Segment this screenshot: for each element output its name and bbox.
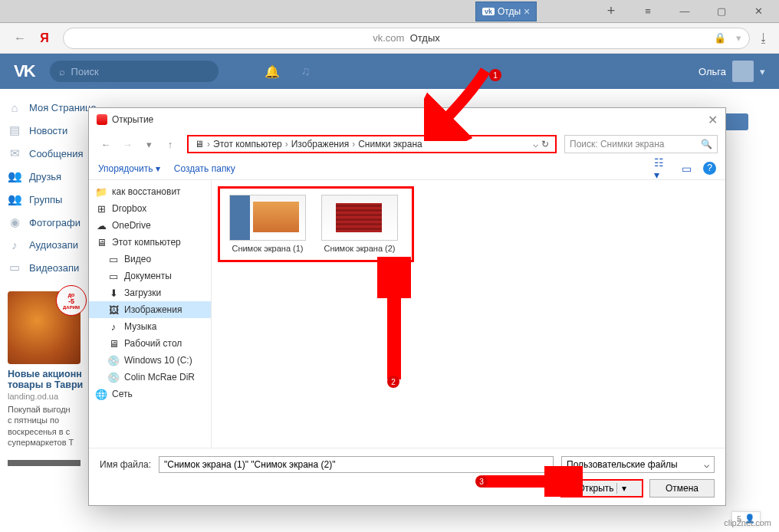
search-icon: 🔍 — [701, 139, 712, 149]
tree-item-icon: ☁ — [95, 219, 107, 232]
dialog-bottom-bar: Имя файла: Пользовательские файлы ⌵ Откр… — [89, 448, 725, 505]
nav-back-icon[interactable]: ← — [9, 28, 31, 49]
chevron-down-icon: ▾ — [760, 66, 765, 77]
ad-image: до -5 ДАРИМ — [8, 291, 81, 364]
open-button[interactable]: Открыть ▾ — [560, 479, 643, 498]
view-mode-icon[interactable]: ☷ ▾ — [654, 162, 669, 176]
window-maximize-icon[interactable]: ▢ — [710, 0, 733, 23]
nav-item-icon: ⌂ — [8, 101, 21, 114]
refresh-icon[interactable]: ↻ — [541, 139, 549, 149]
vk-user-menu[interactable]: Ольга ▾ — [698, 61, 765, 82]
nav-item-icon: ✉ — [8, 146, 21, 160]
window-close-icon[interactable]: ✕ — [747, 0, 770, 23]
vk-header: VK ⌕ Поиск 🔔 ♫ Ольга ▾ — [0, 54, 779, 89]
tree-item-label: как восстановит — [112, 186, 181, 197]
cancel-button[interactable]: Отмена — [649, 479, 715, 498]
dialog-up-icon[interactable]: ↑ — [161, 135, 179, 153]
preview-pane-icon[interactable]: ▭ — [679, 162, 694, 176]
tree-item[interactable]: 🌐Сеть — [89, 386, 211, 402]
tree-item[interactable]: ⊞Dropbox — [89, 200, 211, 217]
nav-item-icon: 👥 — [8, 169, 21, 183]
nav-home-icon[interactable]: Я — [34, 28, 55, 49]
download-icon[interactable]: ⭳ — [758, 31, 770, 45]
filetype-label: Пользовательские файлы — [567, 459, 678, 470]
new-folder-button[interactable]: Создать папку — [174, 163, 235, 174]
address-title: Отдых — [410, 32, 440, 44]
breadcrumb-item[interactable]: Изображения — [291, 139, 349, 149]
tree-item[interactable]: ▭Видео — [89, 251, 211, 268]
tree-item-icon: 💿 — [107, 371, 120, 383]
help-icon[interactable]: ? — [703, 162, 716, 175]
address-domain: vk.com — [373, 32, 404, 44]
tree-item[interactable]: ⬇Загрузки — [89, 284, 211, 301]
tree-item-icon: ⬇ — [107, 287, 120, 299]
tree-item-label: Этот компьютер — [112, 237, 181, 248]
tree-item[interactable]: ▭Документы — [89, 268, 211, 284]
tree-item-icon: ▭ — [107, 253, 120, 265]
file-label: Снимок экрана (2) — [324, 244, 395, 254]
filename-input[interactable] — [159, 456, 554, 473]
dialog-titlebar: Открытие ✕ — [89, 108, 725, 131]
dialog-nav-row: ← → ▾ ↑ 🖥 › Этот компьютер › Изображения… — [89, 131, 725, 157]
annotation-badge-3: 3 — [475, 475, 488, 488]
file-item[interactable]: Снимок экрана (2) — [318, 195, 401, 254]
file-list-area[interactable]: Снимок экрана (1) Снимок экрана (2) — [212, 180, 725, 448]
dialog-close-icon[interactable]: ✕ — [708, 113, 718, 127]
vk-search-input[interactable]: ⌕ Поиск — [50, 61, 219, 82]
dialog-recent-icon[interactable]: ▾ — [140, 135, 158, 153]
tree-item-icon: 🖼 — [107, 304, 120, 316]
new-tab-button[interactable]: + — [600, 3, 623, 19]
nav-item-label: Новости — [29, 125, 67, 136]
tree-item[interactable]: 🖥Этот компьютер — [89, 234, 211, 251]
tree-item-icon: 🖥 — [95, 236, 107, 248]
tree-item-icon: ♪ — [107, 320, 120, 333]
tree-item[interactable]: 🖥Рабочий стол — [89, 335, 211, 352]
tree-item[interactable]: ♪Музыка — [89, 318, 211, 335]
dialog-back-icon[interactable]: ← — [97, 135, 115, 153]
vk-user-name: Ольга — [698, 66, 726, 77]
breadcrumb-item[interactable]: Снимки экрана — [358, 139, 422, 149]
window-minimize-icon[interactable]: — — [673, 0, 696, 23]
nav-item-icon: 👥 — [8, 192, 21, 206]
breadcrumb[interactable]: 🖥 › Этот компьютер › Изображения › Снимк… — [187, 135, 557, 153]
tree-item[interactable]: 💿Colin McRae DiR — [89, 369, 211, 386]
address-bar[interactable]: vk.com Отдых 🔒 ▾ — [63, 28, 750, 49]
tree-item-icon: ⊞ — [95, 202, 107, 215]
nav-item-icon: ♪ — [8, 238, 21, 251]
tree-item-icon: 🌐 — [95, 388, 107, 400]
breadcrumb-item[interactable]: Этот компьютер — [213, 139, 282, 149]
yandex-icon — [97, 114, 107, 125]
tree-item[interactable]: 🖼Изображения — [89, 301, 211, 318]
annotation-badge-1: 1 — [489, 69, 501, 81]
tree-item-label: Рабочий стол — [124, 338, 182, 349]
tree-item-label: Dropbox — [112, 203, 146, 214]
address-dropdown-icon[interactable]: ▾ — [736, 32, 741, 44]
tree-item-label: Изображения — [124, 304, 182, 315]
filetype-dropdown[interactable]: Пользовательские файлы ⌵ — [561, 456, 715, 473]
file-thumbnails-highlight: Снимок экрана (1) Снимок экрана (2) — [218, 186, 414, 262]
file-thumbnail-icon — [321, 195, 398, 241]
annotation-badge-2: 2 — [387, 376, 399, 388]
vk-logo-icon[interactable]: VK — [14, 61, 35, 81]
tab-title-text: Отды — [498, 6, 521, 17]
breadcrumb-dropdown-icon[interactable]: ⌵ — [533, 139, 538, 149]
tab-vk-badge: vk — [482, 8, 495, 15]
browser-tab-active[interactable]: vk Отды × — [475, 2, 537, 21]
bell-icon[interactable]: 🔔 — [265, 64, 280, 79]
nav-item-label: Фотографи — [29, 217, 81, 228]
tree-item-icon: ▭ — [107, 270, 120, 282]
tree-item[interactable]: 💿Windows 10 (C:) — [89, 352, 211, 369]
file-item[interactable]: Снимок экрана (1) — [226, 195, 309, 254]
vk-search-placeholder: Поиск — [71, 66, 99, 77]
organize-dropdown[interactable]: Упорядочить ▾ — [98, 163, 160, 174]
browser-menu-icon[interactable]: ≡ — [636, 0, 659, 23]
nav-item-icon: ▤ — [8, 123, 21, 137]
tree-item-icon: 📁 — [95, 186, 107, 198]
music-icon[interactable]: ♫ — [301, 64, 311, 78]
tab-close-icon[interactable]: × — [524, 5, 530, 18]
tree-item[interactable]: 📁как восстановит — [89, 183, 211, 200]
nav-item-label: Аудиозапи — [29, 239, 78, 251]
tree-item-icon: 💿 — [107, 354, 120, 366]
dialog-search-input[interactable]: Поиск: Снимки экрана 🔍 — [564, 135, 718, 153]
tree-item[interactable]: ☁OneDrive — [89, 217, 211, 234]
